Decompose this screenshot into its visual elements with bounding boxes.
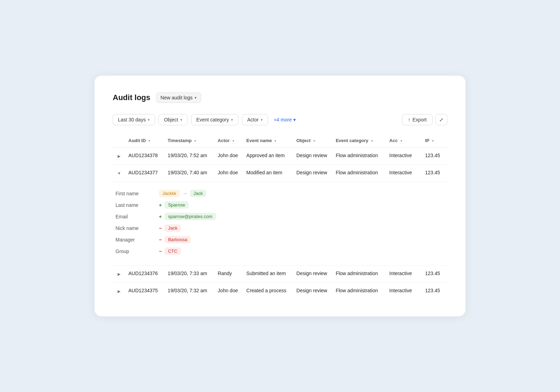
cell-event-category: Flow administration bbox=[333, 148, 386, 165]
table-row: ▶ AUD1234376 19/03/20, 7:33 am Randy Sub… bbox=[113, 266, 447, 283]
chevron-down-icon: ▾ bbox=[231, 118, 233, 122]
date-range-label: Last 30 days bbox=[118, 117, 146, 122]
cell-audit-id: AUD1234378 bbox=[126, 148, 165, 165]
detail-label: First name bbox=[115, 191, 150, 196]
removed-value-tag: Barbossa bbox=[164, 236, 191, 243]
chevron-down-icon: ▾ bbox=[293, 117, 296, 122]
col-ip: IP ▾ bbox=[422, 134, 447, 148]
expand-arrow[interactable]: ▼ bbox=[115, 170, 122, 177]
sort-icon: ▾ bbox=[274, 139, 276, 143]
old-value-tag: Jackkk bbox=[159, 190, 180, 197]
date-range-filter[interactable]: Last 30 days ▾ bbox=[113, 114, 155, 125]
chevron-down-icon: ▾ bbox=[180, 118, 182, 122]
cell-ip: 123.45 bbox=[422, 148, 447, 165]
audit-logs-card: Audit logs New audit logs ▾ Last 30 days… bbox=[94, 76, 465, 316]
cell-event-name: Submitted an item bbox=[244, 266, 294, 283]
expand-arrow[interactable]: ▶ bbox=[115, 288, 122, 295]
object-label: Object bbox=[164, 117, 178, 122]
cell-actor: John doe bbox=[215, 148, 244, 165]
cell-acc: Interactive bbox=[386, 148, 422, 165]
event-category-label: Event category bbox=[196, 117, 229, 122]
cell-event-category: Flow administration bbox=[333, 283, 386, 300]
cell-event-category: Flow administration bbox=[333, 165, 386, 182]
expand-col: ▶ bbox=[113, 283, 126, 300]
cell-acc: Interactive bbox=[386, 266, 422, 283]
filters-row: Last 30 days ▾ Object ▾ Event category ▾… bbox=[113, 114, 447, 125]
detail-value: − Jack bbox=[159, 224, 181, 232]
chevron-down-icon: ▾ bbox=[148, 118, 150, 122]
cell-timestamp: 19/03/20, 7:52 am bbox=[165, 148, 215, 165]
added-value-tag: Sparrow bbox=[164, 201, 188, 209]
table-row: ▶ AUD1234375 19/03/20, 7:32 am John doe … bbox=[113, 283, 447, 300]
new-audit-logs-dropdown[interactable]: New audit logs ▾ bbox=[156, 92, 202, 103]
expand-button[interactable]: ⤢ bbox=[435, 114, 447, 125]
table-header: Audit ID ▾ Timestamp ▾ Actor ▾ Event nam… bbox=[113, 134, 447, 148]
export-button[interactable]: ↑ Export bbox=[402, 114, 433, 125]
minus-icon: − bbox=[159, 225, 162, 231]
sort-icon: ▾ bbox=[148, 139, 150, 143]
detail-row: Manager − Barbossa bbox=[115, 234, 444, 245]
removed-value-tag: Jack bbox=[164, 224, 181, 232]
filters-right: ↑ Export ⤢ bbox=[402, 114, 447, 125]
expand-col: ▶ bbox=[113, 148, 126, 165]
cell-audit-id: AUD1234376 bbox=[126, 266, 165, 283]
expand-col: ▼ bbox=[113, 165, 126, 182]
cell-object: Design review bbox=[294, 148, 333, 165]
detail-label: Email bbox=[115, 214, 150, 219]
detail-value: − CTC bbox=[159, 247, 181, 255]
col-actor: Actor ▾ bbox=[215, 134, 244, 148]
minus-icon: − bbox=[159, 248, 162, 254]
chevron-down-icon: ▾ bbox=[195, 96, 197, 100]
sort-icon: ▾ bbox=[313, 139, 315, 143]
expand-arrow[interactable]: ▶ bbox=[115, 153, 122, 160]
cell-event-name: Approved an item bbox=[244, 148, 294, 165]
chevron-down-icon: ▾ bbox=[261, 118, 263, 122]
plus-icon: + bbox=[159, 214, 162, 219]
actor-label: Actor bbox=[247, 117, 259, 122]
cell-object: Design review bbox=[294, 283, 333, 300]
table-body: ▶ AUD1234378 19/03/20, 7:52 am John doe … bbox=[113, 148, 447, 300]
audit-table: Audit ID ▾ Timestamp ▾ Actor ▾ Event nam… bbox=[113, 134, 447, 300]
col-object: Object ▾ bbox=[294, 134, 333, 148]
cell-event-name: Modified an item bbox=[244, 165, 294, 182]
more-filters[interactable]: +4 more ▾ bbox=[272, 114, 298, 125]
col-audit-id: Audit ID ▾ bbox=[126, 134, 165, 148]
actor-filter[interactable]: Actor ▾ bbox=[242, 114, 268, 125]
detail-label: Last name bbox=[115, 202, 150, 208]
page-title: Audit logs bbox=[113, 93, 150, 102]
col-event-name: Event name ▾ bbox=[244, 134, 294, 148]
detail-row: Last name + Sparrow bbox=[115, 199, 444, 211]
cell-timestamp: 19/03/20, 7:40 am bbox=[165, 165, 215, 182]
cell-ip: 123.45 bbox=[422, 283, 447, 300]
new-value-tag: Jack bbox=[190, 190, 206, 197]
plus-icon: + bbox=[159, 202, 162, 208]
cell-object: Design review bbox=[294, 165, 333, 182]
sort-icon: ▾ bbox=[232, 139, 234, 143]
sort-icon: ▾ bbox=[400, 139, 402, 143]
detail-value: + Sparrow bbox=[159, 201, 189, 209]
cell-actor: John doe bbox=[215, 283, 244, 300]
cell-ip: 123.45 bbox=[422, 165, 447, 182]
table-row: ▼ AUD1234377 19/03/20, 7:40 am John doe … bbox=[113, 165, 447, 182]
object-filter[interactable]: Object ▾ bbox=[159, 114, 187, 125]
event-category-filter[interactable]: Event category ▾ bbox=[191, 114, 238, 125]
cell-audit-id: AUD1234375 bbox=[126, 283, 165, 300]
removed-value-tag: CTC bbox=[164, 247, 181, 255]
expand-arrow[interactable]: ▶ bbox=[115, 271, 122, 278]
arrow-icon: → bbox=[183, 191, 187, 196]
page-header: Audit logs New audit logs ▾ bbox=[113, 92, 447, 103]
expand-icon: ⤢ bbox=[439, 117, 443, 122]
minus-icon: − bbox=[159, 237, 162, 243]
detail-label: Group bbox=[115, 248, 150, 254]
col-acc: Acc ▾ bbox=[386, 134, 422, 148]
upload-icon: ↑ bbox=[408, 117, 411, 122]
detail-row: Group − CTC bbox=[115, 245, 444, 257]
export-label: Export bbox=[413, 117, 427, 122]
cell-object: Design review bbox=[294, 266, 333, 283]
cell-event-category: Flow administration bbox=[333, 266, 386, 283]
sort-icon: ▾ bbox=[194, 139, 196, 143]
sort-icon: ▾ bbox=[371, 139, 373, 143]
cell-actor: John doe bbox=[215, 165, 244, 182]
cell-timestamp: 19/03/20, 7:32 am bbox=[165, 283, 215, 300]
cell-ip: 123.45 bbox=[422, 266, 447, 283]
